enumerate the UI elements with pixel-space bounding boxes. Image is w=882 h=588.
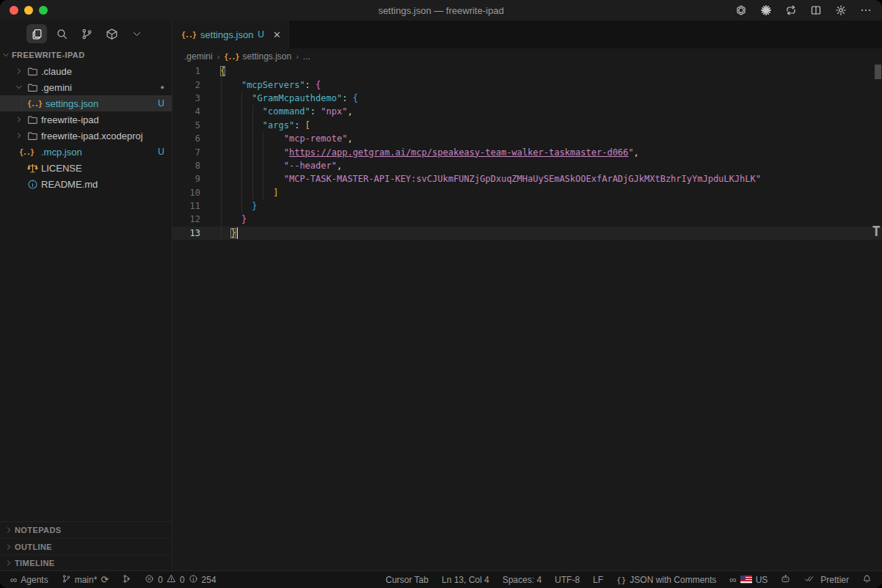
minimize-window-button[interactable] bbox=[24, 6, 33, 15]
status-language-mode[interactable]: {}JSON with Comments bbox=[616, 575, 716, 585]
text-cursor bbox=[237, 227, 238, 239]
status-cursor-tab[interactable]: Cursor Tab bbox=[385, 575, 428, 585]
line-number: 4 bbox=[172, 106, 200, 117]
indent-guide bbox=[241, 145, 242, 158]
status-copilot[interactable] bbox=[781, 574, 790, 586]
indent-guide bbox=[252, 105, 253, 118]
chevron-down-icon[interactable] bbox=[126, 24, 147, 43]
code-line-text: "GramMcpauthdemo": { bbox=[220, 92, 358, 105]
indent-guide bbox=[221, 119, 222, 132]
indent-guide bbox=[241, 92, 242, 105]
code-token: https://app.getgram.ai/mcp/speakeasy-tea… bbox=[289, 147, 628, 158]
tab-strip: {..} settings.json U ✕ bbox=[172, 21, 882, 48]
status-notifications[interactable] bbox=[862, 574, 872, 586]
folder-icon bbox=[25, 114, 40, 125]
line-number: 1 bbox=[172, 66, 200, 76]
tree-item--mcp-json[interactable]: {..}.mcp.jsonU bbox=[0, 144, 172, 160]
panel-notepads[interactable]: NOTEPADS bbox=[0, 522, 172, 538]
status-git-branch[interactable]: main*⟳ bbox=[62, 574, 109, 586]
license-scales-icon bbox=[25, 163, 40, 174]
search-icon[interactable] bbox=[51, 24, 72, 43]
tab-settings-json[interactable]: {..} settings.json U ✕ bbox=[172, 21, 289, 48]
code-token: "args" bbox=[263, 120, 294, 131]
indent-guide bbox=[252, 132, 253, 145]
line-number: 10 bbox=[172, 188, 200, 198]
indent-guide bbox=[241, 172, 242, 185]
code-line-8[interactable]: 8 "--header", bbox=[172, 159, 882, 172]
code-line-4[interactable]: 4 "command": "npx", bbox=[172, 105, 882, 118]
code-token: , bbox=[337, 161, 342, 171]
code-line-11[interactable]: 11 } bbox=[172, 199, 882, 213]
code-token bbox=[220, 80, 241, 90]
code-line-text: "mcp-remote", bbox=[220, 132, 353, 145]
explorer-root-row[interactable]: FREEWRITE-IPAD bbox=[0, 47, 172, 63]
code-line-9[interactable]: 9 "MCP-TASK-MASTER-API-KEY:svCJUkmFUNZjG… bbox=[172, 172, 882, 185]
breadcrumb-separator-icon: › bbox=[296, 52, 299, 61]
status-formatter[interactable]: Prettier bbox=[803, 574, 849, 586]
code-line-text: ] bbox=[220, 186, 278, 199]
explorer-root-label: FREEWRITE-IPAD bbox=[12, 51, 85, 59]
folder-icon bbox=[25, 66, 40, 77]
activity-bar bbox=[0, 21, 172, 47]
gear-icon[interactable] bbox=[834, 4, 847, 17]
panel-timeline[interactable]: TIMELINE bbox=[0, 554, 172, 570]
explorer-icon[interactable] bbox=[26, 24, 47, 43]
json-file-icon: {..} bbox=[25, 100, 44, 108]
indent-guide bbox=[263, 145, 263, 158]
status-input-source[interactable]: ∞US bbox=[729, 575, 768, 585]
code-line-7[interactable]: 7 "https://app.getgram.ai/mcp/speakeasy-… bbox=[172, 145, 882, 158]
status-left: ∞Agentsmain*⟳00254 bbox=[10, 574, 216, 586]
tree-item-license[interactable]: LICENSE bbox=[0, 160, 172, 176]
breadcrumb-text: settings.json bbox=[242, 51, 291, 62]
extensions-icon[interactable] bbox=[101, 24, 122, 43]
code-line-10[interactable]: 10 ] bbox=[172, 186, 882, 199]
code-line-2[interactable]: 2 "mcpServers": { bbox=[172, 78, 882, 91]
code-line-12[interactable]: 12 } bbox=[172, 213, 882, 226]
status-indentation[interactable]: Spaces: 4 bbox=[503, 575, 542, 585]
tree-item-settings-json[interactable]: {..}settings.jsonU bbox=[0, 95, 172, 111]
close-tab-icon[interactable]: ✕ bbox=[273, 29, 281, 40]
tree-item-readme-md[interactable]: README.md bbox=[0, 176, 172, 192]
status-eol[interactable]: LF bbox=[593, 575, 603, 585]
indent-guide bbox=[241, 132, 242, 145]
breadcrumb: .gemini›{..}settings.json›... bbox=[172, 48, 882, 65]
code-token: , bbox=[347, 133, 352, 144]
code-token: } bbox=[230, 228, 236, 238]
openai-icon[interactable] bbox=[735, 4, 747, 17]
code-token: [ bbox=[305, 120, 310, 131]
code-line-13[interactable]: 13 } bbox=[172, 227, 882, 240]
close-window-button[interactable] bbox=[10, 6, 18, 15]
source-control-icon[interactable] bbox=[76, 24, 97, 43]
status-agents[interactable]: ∞Agents bbox=[10, 575, 48, 585]
ellipsis-icon[interactable] bbox=[859, 4, 872, 17]
code-line-1[interactable]: 1{ bbox=[172, 65, 882, 78]
breadcrumb-item[interactable]: ... bbox=[303, 51, 310, 62]
tree-item-freewrite-ipad-xcodeproj[interactable]: freewrite-ipad.xcodeproj bbox=[0, 128, 172, 144]
breadcrumb-item[interactable]: {..}settings.json bbox=[224, 51, 291, 62]
status-git-graph[interactable] bbox=[122, 574, 131, 586]
sync-loop-icon[interactable] bbox=[784, 4, 797, 17]
json-file-icon: {..} bbox=[181, 31, 196, 39]
line-number: 2 bbox=[172, 80, 200, 90]
code-line-6[interactable]: 6 "mcp-remote", bbox=[172, 132, 882, 145]
indent-guide bbox=[252, 159, 253, 172]
tree-item--claude[interactable]: .claude bbox=[0, 63, 172, 79]
code-line-3[interactable]: 3 "GramMcpauthdemo": { bbox=[172, 92, 882, 105]
tree-item-freewrite-ipad[interactable]: freewrite-ipad bbox=[0, 111, 172, 128]
split-editor-icon[interactable] bbox=[809, 4, 822, 17]
status-cursor-position[interactable]: Ln 13, Col 4 bbox=[442, 575, 489, 585]
tab-label: settings.json bbox=[200, 29, 253, 40]
status-problems[interactable]: 00254 bbox=[145, 574, 216, 586]
tree-item--gemini[interactable]: .gemini● bbox=[0, 79, 172, 95]
status-text: Prettier bbox=[820, 575, 849, 585]
claude-icon[interactable] bbox=[759, 4, 772, 17]
code-line-5[interactable]: 5 "args": [ bbox=[172, 119, 882, 132]
panel-outline[interactable]: OUTLINE bbox=[0, 538, 172, 554]
panel-label: NOTEPADS bbox=[15, 526, 62, 534]
code-token bbox=[220, 188, 273, 198]
breadcrumb-item[interactable]: .gemini bbox=[184, 51, 213, 62]
status-encoding[interactable]: UTF-8 bbox=[555, 575, 580, 585]
zoom-window-button[interactable] bbox=[39, 6, 48, 15]
code-token: : bbox=[310, 106, 321, 117]
code-editor[interactable]: T 1{2 "mcpServers": {3 "GramMcpauthdemo"… bbox=[172, 65, 882, 570]
